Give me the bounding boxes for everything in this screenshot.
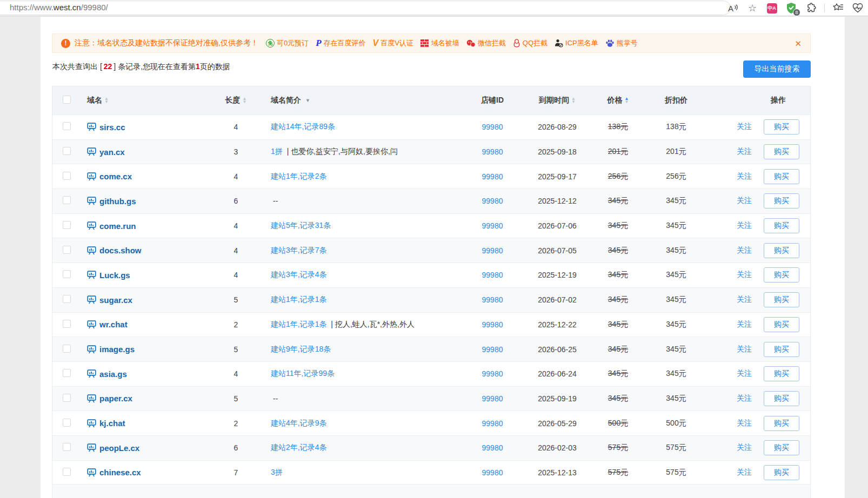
buy-button[interactable]: 购买 xyxy=(764,119,799,134)
legend-label[interactable]: 微信拦截 xyxy=(478,38,506,48)
translate-icon[interactable]: 中A xyxy=(766,2,778,14)
domain-link[interactable]: kj.chat xyxy=(99,419,125,428)
row-checkbox[interactable] xyxy=(63,345,71,353)
shop-id-link[interactable]: 99980 xyxy=(482,246,503,255)
export-search-button[interactable]: 导出当前搜索 xyxy=(743,60,811,78)
shop-id-link[interactable]: 99980 xyxy=(482,172,503,181)
intro-link[interactable]: 建站11年,记录99条 xyxy=(271,369,335,378)
follow-link[interactable]: 关注 xyxy=(737,369,752,379)
row-checkbox[interactable] xyxy=(63,320,71,328)
shop-id-link[interactable]: 99980 xyxy=(482,221,503,230)
follow-link[interactable]: 关注 xyxy=(737,196,752,206)
shop-id-link[interactable]: 99980 xyxy=(482,197,503,205)
intro-link[interactable]: 建站3年,记录4条 xyxy=(271,270,326,279)
url-text[interactable]: https://www.west.cn/99980/ xyxy=(10,3,108,12)
row-checkbox[interactable] xyxy=(63,172,71,180)
shop-id-link[interactable]: 99980 xyxy=(482,320,503,329)
buy-button[interactable]: 购买 xyxy=(764,144,799,159)
buy-button[interactable]: 购买 xyxy=(764,366,799,381)
legend-label[interactable]: 熊掌号 xyxy=(617,38,638,48)
legend-label[interactable]: 域名被墙 xyxy=(431,38,459,48)
shop-id-link[interactable]: 99980 xyxy=(482,345,503,354)
shop-id-link[interactable]: 99980 xyxy=(482,443,503,452)
header-domain[interactable]: 域名 ▲▼ xyxy=(87,96,109,105)
domain-link[interactable]: come.cx xyxy=(99,172,132,181)
domain-link[interactable]: peopLe.cx xyxy=(99,443,139,453)
favorite-star-icon[interactable]: ☆ xyxy=(746,2,758,14)
legend-label[interactable]: QQ拦截 xyxy=(523,38,547,48)
header-price[interactable]: 价格 ▲▼ xyxy=(607,96,629,105)
row-checkbox[interactable] xyxy=(63,295,71,303)
collections-icon[interactable] xyxy=(832,2,844,14)
follow-link[interactable]: 关注 xyxy=(737,468,752,477)
header-expire[interactable]: 到期时间 ▲▼ xyxy=(539,96,576,105)
address-bar[interactable] xyxy=(0,1,731,15)
row-checkbox[interactable] xyxy=(63,122,71,130)
shop-id-link[interactable]: 99980 xyxy=(482,468,503,477)
intro-link[interactable]: 建站1年,记录1条 xyxy=(271,320,326,328)
intro-link[interactable]: 建站1年,记录2条 xyxy=(271,172,326,180)
shop-id-link[interactable]: 99980 xyxy=(482,271,503,279)
extensions-puzzle-icon[interactable] xyxy=(805,2,817,14)
buy-button[interactable]: 购买 xyxy=(764,169,799,184)
select-all-checkbox[interactable] xyxy=(63,96,71,104)
domain-link[interactable]: paper.cx xyxy=(99,394,132,403)
shop-id-link[interactable]: 99980 xyxy=(482,394,503,403)
buy-button[interactable]: 购买 xyxy=(764,416,799,431)
domain-link[interactable]: wr.chat xyxy=(99,320,128,329)
row-checkbox[interactable] xyxy=(63,394,71,402)
follow-link[interactable]: 关注 xyxy=(737,320,752,329)
row-checkbox[interactable] xyxy=(63,196,71,204)
follow-link[interactable]: 关注 xyxy=(737,270,752,280)
row-checkbox[interactable] xyxy=(63,270,71,278)
row-checkbox[interactable] xyxy=(63,246,71,254)
shop-id-link[interactable]: 99980 xyxy=(482,369,503,378)
intro-link[interactable]: 建站14年,记录89条 xyxy=(271,122,335,131)
buy-button[interactable]: 购买 xyxy=(764,218,799,233)
shop-id-link[interactable]: 99980 xyxy=(482,295,503,304)
intro-link[interactable]: 建站4年,记录9条 xyxy=(271,419,326,427)
shop-id-link[interactable]: 99980 xyxy=(482,147,503,156)
follow-link[interactable]: 关注 xyxy=(737,246,752,255)
follow-link[interactable]: 关注 xyxy=(737,419,752,428)
intro-link[interactable]: 建站9年,记录18条 xyxy=(271,345,331,353)
domain-link[interactable]: chinese.cx xyxy=(99,468,141,477)
legend-label[interactable]: ICP黑名单 xyxy=(565,38,598,48)
follow-link[interactable]: 关注 xyxy=(737,295,752,305)
row-checkbox[interactable] xyxy=(63,443,71,451)
row-checkbox[interactable] xyxy=(63,221,71,229)
intro-link[interactable]: 建站5年,记录31条 xyxy=(271,221,331,230)
buy-button[interactable]: 购买 xyxy=(764,267,799,282)
follow-link[interactable]: 关注 xyxy=(737,147,752,157)
follow-link[interactable]: 关注 xyxy=(737,394,752,403)
domain-link[interactable]: docs.show xyxy=(99,246,142,255)
intro-link[interactable]: 建站1年,记录1条 xyxy=(271,295,326,304)
read-aloud-icon[interactable]: A xyxy=(727,2,739,14)
buy-button[interactable]: 购买 xyxy=(764,391,799,406)
shop-id-link[interactable]: 99980 xyxy=(482,419,503,428)
intro-link[interactable]: 建站3年,记录7条 xyxy=(271,246,326,254)
domain-link[interactable]: sirs.cc xyxy=(99,123,125,132)
row-checkbox[interactable] xyxy=(63,468,71,476)
intro-link[interactable]: 3拼 xyxy=(271,468,283,476)
domain-link[interactable]: Luck.gs xyxy=(99,271,130,280)
follow-link[interactable]: 关注 xyxy=(737,172,752,181)
buy-button[interactable]: 购买 xyxy=(764,317,799,332)
legend-label[interactable]: 可0元预订 xyxy=(277,38,309,48)
buy-button[interactable]: 购买 xyxy=(764,193,799,208)
domain-link[interactable]: sugar.cx xyxy=(99,295,132,305)
follow-link[interactable]: 关注 xyxy=(737,122,752,132)
buy-button[interactable]: 购买 xyxy=(764,440,799,455)
buy-button[interactable]: 购买 xyxy=(764,292,799,307)
buy-button[interactable]: 购买 xyxy=(764,465,799,480)
domain-link[interactable]: come.run xyxy=(99,221,136,231)
header-intro[interactable]: 域名简介 ▼ xyxy=(271,96,310,105)
follow-link[interactable]: 关注 xyxy=(737,345,752,354)
close-icon[interactable]: ✕ xyxy=(794,39,802,49)
buy-button[interactable]: 购买 xyxy=(764,243,799,258)
follow-link[interactable]: 关注 xyxy=(737,221,752,231)
domain-link[interactable]: image.gs xyxy=(99,345,135,354)
row-checkbox[interactable] xyxy=(63,419,71,427)
intro-link[interactable]: 1拼 xyxy=(271,147,283,156)
legend-label[interactable]: 存在百度评价 xyxy=(324,38,366,48)
